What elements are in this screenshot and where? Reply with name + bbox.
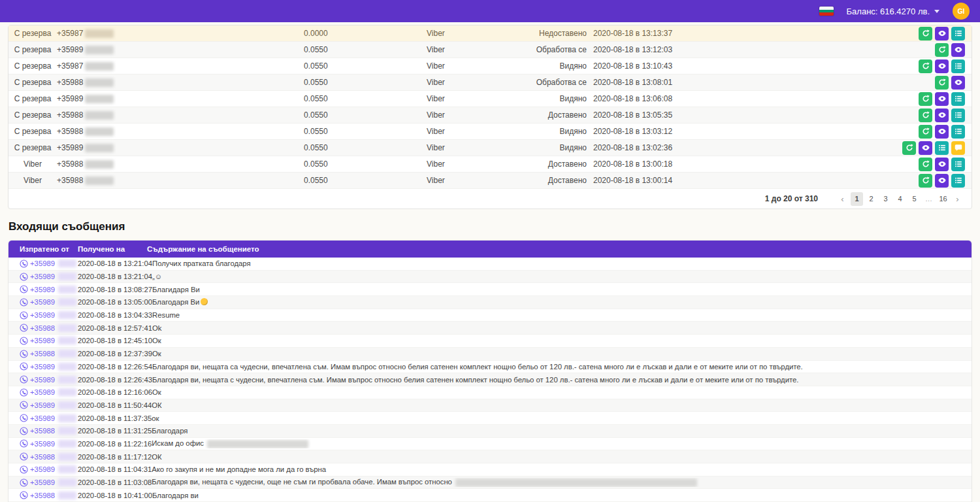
sender-phone-prefix: +35989 (30, 478, 55, 486)
details-button[interactable] (951, 109, 965, 122)
message-text: Resume (152, 311, 180, 319)
viber-icon (20, 452, 28, 461)
outgoing-row: С резерва+359890.0550ViberВидяно2020-08-… (8, 91, 972, 107)
page-button[interactable]: 1 (851, 192, 863, 206)
page-button[interactable]: 16 (937, 192, 949, 206)
view-button[interactable] (935, 92, 949, 106)
details-button[interactable] (951, 158, 965, 171)
sender-phone-redacted (58, 376, 76, 384)
details-button[interactable] (951, 59, 965, 73)
status-cell: Обработва се (492, 45, 587, 54)
viber-icon (20, 427, 28, 435)
next-page-button[interactable]: › (951, 192, 964, 206)
sender-cell[interactable]: +35989 (8, 362, 78, 371)
refresh-button[interactable] (919, 27, 932, 41)
avatar[interactable]: GI (953, 3, 970, 20)
sender-cell[interactable]: +35989 (8, 285, 78, 293)
eye-icon (922, 144, 930, 152)
message-text: Благодаря ви, нещата с чудесни, впечатле… (152, 376, 798, 384)
phone-prefix: +35988 (57, 127, 83, 136)
message-content-cell: Ok (152, 324, 972, 332)
refresh-button[interactable] (919, 109, 932, 122)
received-at-cell: 2020-08-18 в 11:50:44 (78, 401, 152, 409)
refresh-button[interactable] (919, 174, 932, 188)
sender-cell[interactable]: +35989 (8, 273, 78, 281)
status-cell: Доставено (492, 176, 587, 185)
sender-cell[interactable]: +35989 (8, 375, 78, 384)
timestamp-cell: 2020-08-18 в 13:10:43 (587, 61, 685, 71)
balance-dropdown[interactable]: Баланс: 616.4270 лв. (847, 7, 939, 16)
refresh-button[interactable] (935, 76, 949, 90)
sender-cell[interactable]: +35989 (8, 465, 78, 474)
view-button[interactable] (919, 141, 932, 155)
viber-icon (20, 362, 28, 371)
refresh-button[interactable] (935, 43, 949, 57)
phone-cell: +35987 (57, 61, 304, 71)
viber-icon (20, 465, 28, 474)
sender-phone-prefix: +35989 (30, 337, 55, 344)
refresh-button[interactable] (919, 158, 932, 171)
page-button[interactable]: 2 (865, 192, 877, 206)
refresh-button[interactable] (919, 59, 932, 73)
message-content-cell: Resume (152, 311, 972, 319)
sender-cell[interactable]: +35988 (8, 491, 78, 499)
refresh-button[interactable] (919, 125, 932, 139)
details-button[interactable] (951, 27, 965, 41)
sender-phone-redacted (58, 324, 76, 332)
page-button[interactable]: 3 (879, 192, 892, 206)
sender-cell[interactable]: +35988 (8, 427, 78, 435)
details-button[interactable] (951, 174, 965, 188)
sender-cell[interactable]: +35989 (8, 388, 78, 397)
view-button[interactable] (935, 125, 949, 139)
incoming-row: +359892020-08-18 в 12:26:54Благодаря ви,… (8, 361, 972, 374)
view-button[interactable] (935, 27, 949, 41)
chat-button[interactable] (951, 141, 965, 155)
details-button[interactable] (951, 92, 965, 106)
message-content-cell: Ако го закупя и не ми допадне мога ли да… (152, 465, 972, 473)
sender-cell[interactable]: +35988 (8, 350, 78, 358)
details-button[interactable] (935, 141, 949, 155)
message-text: Благидаря Ви (152, 286, 200, 293)
status-cell: Видяно (492, 61, 587, 71)
sender-cell[interactable]: +35988 (8, 324, 78, 332)
phone-redacted (85, 127, 114, 136)
message-text: Ок (152, 350, 161, 358)
viber-icon (20, 337, 28, 345)
page-button[interactable]: 4 (894, 192, 906, 206)
list-icon (955, 160, 962, 168)
received-at-cell: 2020-08-18 в 13:08:27 (78, 286, 152, 293)
sender-cell[interactable]: +35989 (8, 337, 78, 345)
prev-page-button[interactable]: ‹ (836, 192, 849, 206)
column-header-sent-from: Изпратено от (8, 245, 78, 253)
refresh-button[interactable] (919, 92, 932, 106)
received-at-cell: 2020-08-18 в 11:17:12 (78, 453, 152, 461)
sender-cell[interactable]: +35989 (8, 414, 78, 422)
view-button[interactable] (951, 76, 965, 90)
phone-redacted (85, 62, 114, 71)
sender-cell[interactable]: +35989 (8, 298, 78, 307)
sender-cell[interactable]: +35989 (8, 439, 78, 448)
outgoing-row: С резерва+359870.0550ViberВидяно2020-08-… (8, 58, 972, 75)
message-content-cell: Благодаря ви (152, 492, 972, 499)
refresh-button[interactable] (902, 141, 916, 155)
sender-cell[interactable]: +35989 (8, 478, 78, 487)
view-button[interactable] (935, 174, 949, 188)
row-actions (685, 92, 972, 106)
message-content-cell: ОК (152, 453, 972, 461)
view-button[interactable] (935, 109, 949, 122)
page-button[interactable]: 5 (908, 192, 921, 206)
topbar: Баланс: 616.4270 лв. GI (0, 0, 980, 22)
sender-cell[interactable]: +35989 (8, 311, 78, 320)
sender-cell[interactable]: +35989 (8, 259, 78, 268)
channel-via-cell: Viber (427, 176, 492, 185)
view-button[interactable] (951, 43, 965, 57)
details-button[interactable] (951, 125, 965, 139)
sender-cell[interactable]: +35988 (8, 452, 78, 461)
viber-icon (20, 375, 28, 384)
view-button[interactable] (935, 59, 949, 73)
sender-phone-prefix: +35988 (30, 492, 55, 499)
phone-cell: +35988 (57, 159, 304, 169)
sender-cell[interactable]: +35989 (8, 401, 78, 409)
view-button[interactable] (935, 158, 949, 171)
bulgaria-flag-icon[interactable] (819, 7, 834, 16)
